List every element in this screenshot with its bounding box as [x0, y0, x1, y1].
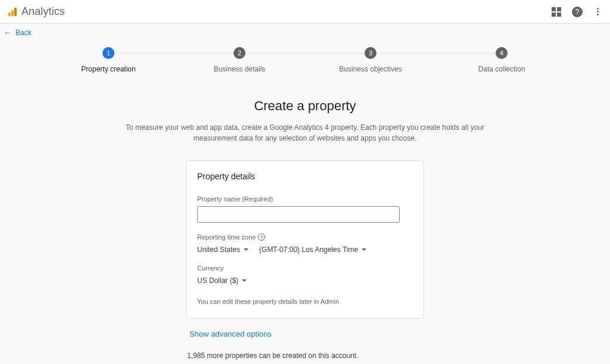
- step-label: Business details: [214, 65, 266, 73]
- timezone-country-value: United States: [197, 245, 240, 254]
- timezone-label-text: Reporting time zone: [197, 234, 256, 241]
- chevron-down-icon: [362, 248, 366, 251]
- back-link[interactable]: ← Back: [4, 29, 32, 37]
- timezone-value: (GMT-07:00) Los Angeles Time: [259, 245, 358, 254]
- step-label: Business objectives: [339, 65, 402, 73]
- timezone-label: Reporting time zone ?: [197, 234, 413, 241]
- property-details-card: Property details Property name (Required…: [186, 160, 424, 319]
- overflow-menu-icon[interactable]: [593, 8, 602, 15]
- currency-value: US Dollar ($): [197, 276, 238, 285]
- properties-remaining-text: 1,985 more properties can be created on …: [187, 351, 424, 360]
- app-title: Analytics: [21, 5, 65, 18]
- page-description: To measure your web and app data, create…: [120, 122, 490, 144]
- step-number: 3: [365, 47, 376, 59]
- step-number: 1: [102, 47, 114, 59]
- property-name-input[interactable]: [197, 206, 400, 223]
- step-data-collection[interactable]: 4 Data collection: [436, 47, 567, 73]
- help-circle-icon[interactable]: ?: [258, 234, 265, 241]
- edit-hint: You can edit these property details late…: [197, 298, 413, 305]
- timezone-country-dropdown[interactable]: United States: [197, 245, 248, 254]
- step-business-details[interactable]: 2 Business details: [174, 47, 305, 73]
- property-name-label: Property name (Required): [197, 195, 413, 203]
- back-row: ← Back: [0, 24, 610, 41]
- chevron-down-icon: [242, 279, 247, 282]
- show-advanced-options-link[interactable]: Show advanced options: [189, 329, 272, 338]
- step-number: 2: [234, 47, 245, 59]
- analytics-logo-icon: [8, 8, 17, 16]
- chevron-down-icon: [244, 248, 248, 251]
- card-title: Property details: [197, 172, 413, 181]
- step-label: Data collection: [478, 65, 525, 73]
- page-title: Create a property: [0, 98, 610, 114]
- apps-icon[interactable]: [552, 7, 561, 17]
- arrow-left-icon: ←: [4, 29, 12, 37]
- main-area: 1 Property creation 2 Business details 3…: [0, 41, 610, 364]
- currency-dropdown[interactable]: US Dollar ($): [197, 276, 247, 285]
- step-property-creation[interactable]: 1 Property creation: [43, 47, 174, 73]
- step-business-objectives[interactable]: 3 Business objectives: [305, 47, 436, 73]
- help-icon[interactable]: ?: [572, 7, 583, 17]
- step-number: 4: [496, 47, 508, 59]
- app-header: Analytics ?: [0, 0, 610, 24]
- timezone-value-dropdown[interactable]: (GMT-07:00) Los Angeles Time: [259, 245, 366, 254]
- back-label: Back: [15, 29, 32, 37]
- step-label: Property creation: [81, 65, 135, 73]
- stepper: 1 Property creation 2 Business details 3…: [19, 47, 591, 73]
- header-right: ?: [552, 7, 602, 17]
- below-card-area: Show advanced options 1,985 more propert…: [186, 319, 424, 364]
- currency-label: Currency: [197, 265, 413, 272]
- header-left: Analytics: [8, 5, 65, 18]
